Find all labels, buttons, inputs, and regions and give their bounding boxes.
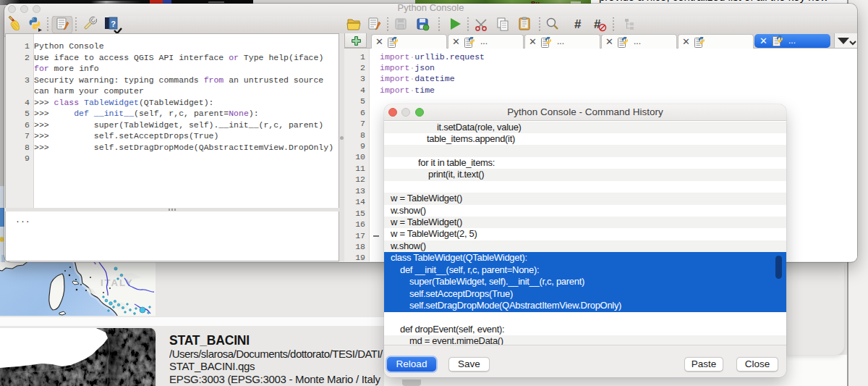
svg-text:?: ?: [111, 20, 116, 28]
svg-text:#: #: [574, 17, 582, 31]
